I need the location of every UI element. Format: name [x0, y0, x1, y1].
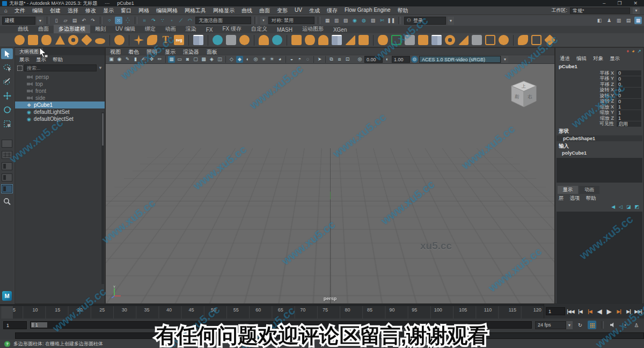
- shelf-icon[interactable]: [332, 35, 342, 45]
- shelf-tab[interactable]: 曲线: [13, 25, 33, 33]
- snap-projected-center-icon[interactable]: ◦: [168, 17, 175, 24]
- shelf-icon[interactable]: [188, 35, 189, 46]
- outliner-scrollbar[interactable]: [101, 112, 104, 284]
- viewport-toolbar-icon[interactable]: ▦: [168, 56, 175, 63]
- current-time-indicator[interactable]: [1, 306, 13, 318]
- move-tool-icon[interactable]: [1, 90, 13, 101]
- redo-icon[interactable]: ↷: [89, 17, 97, 24]
- viewport-toolbar-icon[interactable]: ◈: [208, 56, 215, 63]
- viewport-toolbar-icon[interactable]: [325, 56, 326, 63]
- maximize-button[interactable]: ❐: [617, 1, 621, 6]
- menu-item[interactable]: 曲线: [241, 7, 252, 15]
- workspace-value[interactable]: 常规*: [570, 8, 630, 14]
- workspace-caret-icon[interactable]: ▼: [633, 8, 640, 14]
- menu-set-dropdown[interactable]: 建模: [2, 17, 35, 25]
- viewport-toolbar-icon[interactable]: [286, 56, 286, 63]
- viewport-toolbar-icon[interactable]: ⧈: [336, 56, 343, 63]
- shelf-icon[interactable]: [318, 35, 328, 45]
- scale-tool-icon[interactable]: [1, 118, 13, 129]
- attribute-editor-toggle-icon[interactable]: ▥: [615, 17, 623, 24]
- shelf-icon[interactable]: [445, 35, 455, 45]
- minimize-button[interactable]: –: [603, 1, 605, 6]
- shelf-icon[interactable]: [226, 35, 236, 45]
- menu-item[interactable]: 窗口: [121, 7, 131, 15]
- playback-button[interactable]: ◀: [595, 308, 604, 315]
- shelf-icon[interactable]: [373, 35, 374, 46]
- animation-preferences-icon[interactable]: ♙: [632, 321, 641, 329]
- layer-editor-tab[interactable]: 动画: [579, 186, 599, 194]
- viewport-toolbar-icon[interactable]: ◓: [296, 56, 303, 63]
- shelf-tab[interactable]: 自定义: [246, 25, 272, 33]
- viewport-toolbar-icon[interactable]: ✎: [124, 56, 131, 63]
- range-start-field[interactable]: 1: [3, 321, 27, 329]
- magnifier-icon[interactable]: [1, 196, 13, 207]
- hypershade-icon[interactable]: ▨: [369, 17, 377, 24]
- shelf-icon[interactable]: [68, 35, 78, 45]
- symmetry-caret-icon[interactable]: ▾: [260, 17, 267, 25]
- viewport-menu-item[interactable]: 视图: [110, 48, 121, 54]
- viewport-toolbar-icon[interactable]: ◌: [304, 56, 311, 63]
- playback-button[interactable]: |◀◀: [566, 309, 575, 314]
- channel-value-field[interactable]: 1: [617, 115, 641, 121]
- menu-item[interactable]: 选择: [68, 7, 78, 15]
- paint-selection-tool-icon[interactable]: [1, 76, 13, 87]
- snap-curve-icon[interactable]: ↷: [150, 17, 157, 24]
- pause-icon[interactable]: ❚❚: [387, 17, 395, 24]
- shelf-icon[interactable]: [499, 35, 509, 45]
- shelf-icon[interactable]: [458, 35, 469, 45]
- playback-button[interactable]: ▶: [605, 308, 613, 315]
- save-scene-icon[interactable]: ▤: [71, 17, 78, 24]
- lasso-tool-icon[interactable]: [1, 62, 13, 73]
- shelf-icon[interactable]: [14, 35, 25, 45]
- shelf-icon[interactable]: [291, 35, 302, 45]
- shelf-tab[interactable]: UV 编辑: [111, 25, 140, 33]
- playback-button[interactable]: ▶▶|: [634, 309, 642, 314]
- outliner-search-input[interactable]: [24, 64, 97, 71]
- shelf-icon[interactable]: svg: [174, 35, 184, 45]
- outliner-item[interactable]: ◉ defaultObjectSet: [15, 115, 105, 122]
- close-button[interactable]: ✕: [633, 1, 638, 6]
- shelf-tab[interactable]: 运动图形: [297, 25, 328, 33]
- layer-menu-item[interactable]: 帮助: [586, 195, 596, 202]
- auto-key-icon[interactable]: [588, 321, 596, 329]
- channel-box-menu-item[interactable]: 通道: [560, 55, 570, 62]
- viewport-toolbar-icon[interactable]: ◐: [244, 56, 251, 63]
- outliner-item[interactable]: persp: [15, 74, 105, 81]
- layer-toolbar-icon[interactable]: ◀: [611, 204, 615, 209]
- outliner-menu-item[interactable]: 展示: [19, 56, 30, 62]
- colorspace-dropdown[interactable]: ACES 1.0 SDR-video (sRGB): [419, 56, 501, 63]
- exposure-field[interactable]: 0.00: [364, 56, 383, 63]
- shelf-icon[interactable]: [544, 34, 555, 46]
- viewport-toolbar-icon[interactable]: [225, 56, 226, 63]
- menu-item[interactable]: 网格显示: [213, 7, 235, 15]
- layer-toolbar-icon[interactable]: ◁: [619, 204, 623, 209]
- channel-value-field[interactable]: 1: [617, 104, 641, 110]
- home-icon[interactable]: ⌂: [4, 8, 8, 13]
- layout-four-pane-button[interactable]: [2, 151, 12, 159]
- playback-button[interactable]: ▶|: [624, 309, 633, 314]
- shelf-icon[interactable]: [28, 35, 38, 45]
- shelf-tab[interactable]: FX 缓存: [217, 25, 246, 33]
- gamma-icon[interactable]: ◐: [384, 56, 391, 63]
- shelf-icon[interactable]: [287, 35, 287, 46]
- rotate-tool-icon[interactable]: [1, 104, 13, 115]
- shelf-icon[interactable]: T: [160, 35, 171, 45]
- playback-button[interactable]: ▶|: [614, 309, 623, 314]
- channel-box-menu-item[interactable]: 编辑: [576, 55, 587, 62]
- shelf-icon[interactable]: [345, 35, 355, 45]
- channel-row[interactable]: 平移 Y 0: [555, 76, 643, 82]
- viewport-toolbar-icon[interactable]: ⧉: [328, 56, 335, 63]
- viewport-toolbar-icon[interactable]: ◎: [252, 56, 259, 63]
- outliner-item[interactable]: top: [15, 81, 105, 88]
- viewport-toolbar-icon[interactable]: ▣: [108, 56, 115, 63]
- layer-menu-item[interactable]: 层: [559, 195, 564, 202]
- shelf-tab[interactable]: 渲染: [181, 25, 201, 33]
- shelf-icon[interactable]: [472, 35, 482, 45]
- menu-item[interactable]: 创建: [50, 7, 61, 15]
- viewport-toolbar-icon[interactable]: ✥: [148, 56, 155, 63]
- range-handle[interactable]: 1: [31, 322, 47, 328]
- fps-caret-icon[interactable]: ▼: [566, 321, 573, 329]
- menu-set-caret-icon[interactable]: ▼: [37, 17, 43, 25]
- channel-row[interactable]: 可见性 启用: [555, 121, 643, 127]
- shelf-tab[interactable]: MASH: [272, 26, 297, 33]
